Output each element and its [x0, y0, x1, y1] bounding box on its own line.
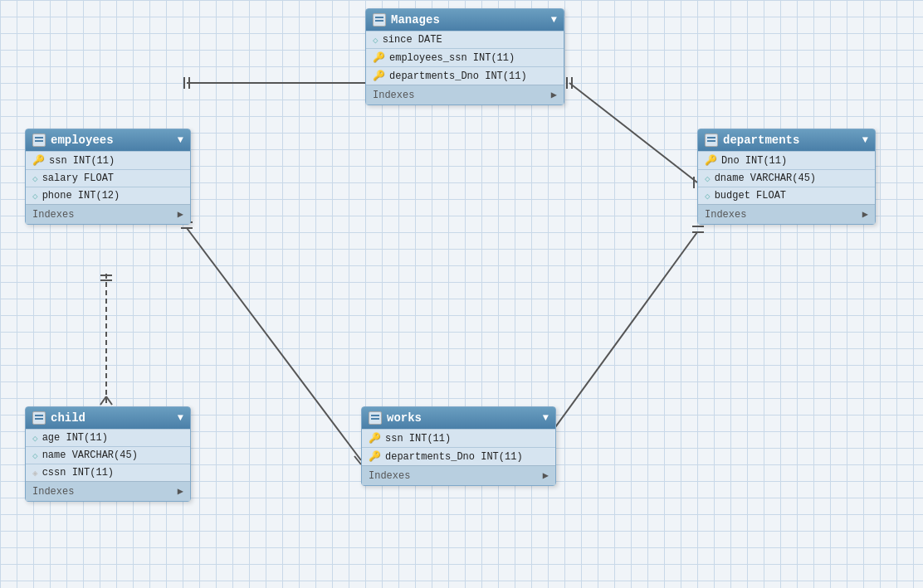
- works-indexes[interactable]: Indexes ▶: [362, 465, 555, 485]
- manages-field-1: 🔑 employees_ssn INT(11): [366, 48, 564, 66]
- departments-title: departments: [723, 134, 799, 147]
- child-field-0-text: age INT(11): [42, 432, 108, 444]
- manages-dropdown[interactable]: ▼: [551, 14, 557, 26]
- key-icon: 🔑: [373, 51, 385, 64]
- child-icon: [32, 411, 46, 425]
- manages-header[interactable]: Manages ▼: [366, 9, 564, 31]
- child-dropdown[interactable]: ▼: [178, 412, 183, 424]
- manages-field-2: 🔑 departments_Dno INT(11): [366, 66, 564, 85]
- employees-field-0-text: ssn INT(11): [49, 155, 115, 167]
- diamond-icon: ◇: [705, 191, 711, 202]
- employees-header[interactable]: employees ▼: [26, 129, 190, 151]
- departments-icon: [705, 134, 718, 147]
- diamond-icon: ◇: [32, 191, 38, 202]
- departments-field-2: ◇ budget FLOAT: [698, 187, 875, 204]
- manages-table: Manages ▼ ◇ since DATE 🔑 employees_ssn I…: [365, 8, 564, 105]
- svg-line-11: [100, 396, 106, 405]
- employees-table: employees ▼ 🔑 ssn INT(11) ◇ salary FLOAT…: [25, 129, 191, 225]
- child-header[interactable]: child ▼: [26, 407, 190, 429]
- svg-line-5: [569, 83, 697, 182]
- diamond-icon: ◇: [373, 35, 378, 46]
- svg-line-15: [187, 228, 361, 460]
- departments-field-0: 🔑 Dno INT(11): [698, 151, 875, 169]
- employees-title: employees: [51, 134, 114, 147]
- key-icon: 🔑: [369, 432, 381, 445]
- manages-field-1-text: employees_ssn INT(11): [389, 52, 515, 64]
- departments-field-0-text: Dno INT(11): [721, 155, 787, 167]
- diamond-icon: ◇: [32, 173, 38, 184]
- employees-dropdown[interactable]: ▼: [178, 134, 183, 146]
- employees-field-0: 🔑 ssn INT(11): [26, 151, 190, 169]
- works-title: works: [387, 411, 422, 425]
- manages-icon: [373, 13, 386, 27]
- manages-indexes[interactable]: Indexes ▶: [366, 85, 564, 104]
- works-header[interactable]: works ▼: [362, 407, 555, 429]
- manages-field-0: ◇ since DATE: [366, 31, 564, 48]
- works-field-1: 🔑 departments_Dno INT(11): [362, 447, 555, 465]
- works-field-0-text: ssn INT(11): [385, 433, 451, 445]
- departments-field-1: ◇ dname VARCHAR(45): [698, 169, 875, 187]
- child-field-2-text: cssn INT(11): [42, 467, 114, 479]
- departments-field-1-text: dname VARCHAR(45): [715, 173, 816, 184]
- employees-field-1: ◇ salary FLOAT: [26, 169, 190, 187]
- employees-field-2: ◇ phone INT(12): [26, 187, 190, 204]
- svg-line-12: [106, 396, 112, 405]
- key-icon: 🔑: [32, 154, 45, 167]
- child-title: child: [51, 411, 85, 425]
- manages-field-2-text: departments_Dno INT(11): [389, 70, 527, 82]
- svg-line-16: [354, 456, 361, 464]
- departments-field-2-text: budget FLOAT: [715, 190, 786, 202]
- key-icon: 🔑: [369, 450, 381, 463]
- diamond-icon: ◇: [32, 450, 38, 461]
- departments-indexes[interactable]: Indexes ▶: [698, 204, 875, 224]
- departments-table: departments ▼ 🔑 Dno INT(11) ◇ dname VARC…: [697, 129, 876, 225]
- works-icon: [369, 411, 382, 425]
- works-field-1-text: departments_Dno INT(11): [385, 451, 523, 463]
- works-dropdown[interactable]: ▼: [543, 412, 549, 424]
- manages-title: Manages: [391, 13, 440, 27]
- child-field-0: ◇ age INT(11): [26, 429, 190, 446]
- child-field-1-text: name VARCHAR(45): [42, 450, 138, 461]
- employees-icon: [32, 134, 46, 147]
- manages-field-0-text: since DATE: [383, 34, 442, 46]
- svg-line-20: [531, 232, 697, 460]
- diamond-hollow-icon: ◈: [32, 468, 38, 479]
- child-table: child ▼ ◇ age INT(11) ◇ name VARCHAR(45)…: [25, 406, 191, 502]
- key-icon: 🔑: [373, 70, 385, 82]
- departments-dropdown[interactable]: ▼: [862, 134, 868, 146]
- employees-field-2-text: phone INT(12): [42, 190, 120, 202]
- diamond-icon: ◇: [705, 173, 711, 184]
- works-table: works ▼ 🔑 ssn INT(11) 🔑 departments_Dno …: [361, 406, 556, 486]
- departments-header[interactable]: departments ▼: [698, 129, 875, 151]
- employees-field-1-text: salary FLOAT: [42, 173, 114, 184]
- key-icon: 🔑: [705, 154, 717, 167]
- works-field-0: 🔑 ssn INT(11): [362, 429, 555, 447]
- employees-indexes[interactable]: Indexes ▶: [26, 204, 190, 224]
- child-field-1: ◇ name VARCHAR(45): [26, 446, 190, 464]
- child-indexes[interactable]: Indexes ▶: [26, 481, 190, 501]
- child-field-2: ◈ cssn INT(11): [26, 464, 190, 481]
- diamond-icon: ◇: [32, 433, 38, 444]
